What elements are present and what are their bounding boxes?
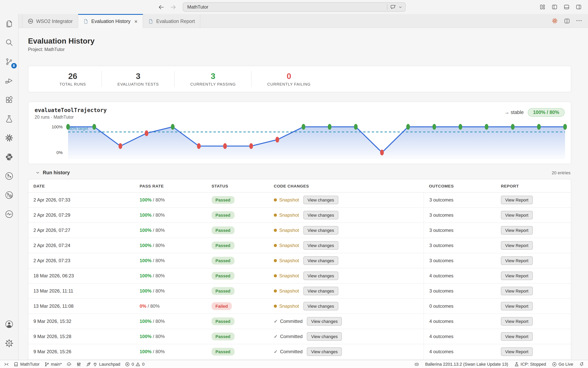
run-point[interactable] <box>406 124 410 130</box>
run-point[interactable] <box>276 137 279 143</box>
command-center-search[interactable]: MathTutor <box>183 2 405 12</box>
search-icon[interactable] <box>4 38 15 47</box>
chat-icon[interactable] <box>390 4 396 10</box>
run-point[interactable] <box>433 124 436 130</box>
forward-icon[interactable] <box>170 4 176 10</box>
run-point[interactable] <box>92 124 96 130</box>
pulse-circle-icon[interactable] <box>4 209 15 219</box>
tab-evaluation-history[interactable]: Evaluation History × <box>78 14 143 28</box>
view-report-button[interactable]: View Report <box>501 226 533 235</box>
view-changes-button[interactable]: View changes <box>303 272 338 280</box>
view-changes-button[interactable]: View changes <box>303 211 338 219</box>
run-point[interactable] <box>563 124 567 130</box>
stat-evaluation-tests: 3 EVALUATION TESTS <box>101 71 174 87</box>
problems-item[interactable]: 0 0 <box>125 360 145 368</box>
git-graph-circle-icon[interactable] <box>4 171 15 181</box>
run-point[interactable] <box>118 143 122 149</box>
run-point[interactable] <box>380 150 384 156</box>
run-point[interactable] <box>145 130 148 136</box>
view-changes-button[interactable]: View changes <box>303 302 338 310</box>
run-row: 18 Mar 2026, 06:23100% / 80%PassedSnapsh… <box>28 268 571 283</box>
git-branch-item[interactable]: main* <box>44 360 62 368</box>
pass-threshold: / 80% <box>152 273 165 278</box>
run-point[interactable] <box>511 124 515 130</box>
explorer-icon[interactable] <box>4 19 15 28</box>
customize-layout-icon[interactable] <box>539 4 546 10</box>
remote-indicator[interactable] <box>4 360 9 368</box>
ballerina-version-item[interactable]: Ballerina 2201.13.2 (Swan Lake Update 13… <box>425 360 508 368</box>
close-icon[interactable]: × <box>134 19 137 24</box>
view-report-button[interactable]: View Report <box>501 287 533 295</box>
source-control-icon[interactable]: 8 <box>4 57 15 66</box>
run-point[interactable] <box>485 124 488 130</box>
toggle-secondary-sidebar-icon[interactable] <box>576 4 582 10</box>
chevron-down-icon[interactable] <box>398 5 402 9</box>
run-debug-icon[interactable] <box>4 76 15 86</box>
view-report-button[interactable]: View Report <box>501 256 533 265</box>
view-changes-button[interactable]: View changes <box>303 196 338 204</box>
toggle-primary-sidebar-icon[interactable] <box>552 4 558 10</box>
run-history-header[interactable]: Run history 20 entries <box>28 166 571 179</box>
tune-item[interactable] <box>76 360 81 368</box>
play-circle-icon <box>552 362 557 367</box>
view-report-button[interactable]: View Report <box>501 241 533 250</box>
launchpad-item[interactable]: Launchpad <box>86 360 120 368</box>
sync-changes-item[interactable] <box>66 360 72 368</box>
trend-label: → stable <box>504 110 524 115</box>
activity-bar: 8 <box>0 14 19 360</box>
notifications-item[interactable] <box>579 360 584 368</box>
git-graph-eye-circle-icon[interactable] <box>4 190 15 200</box>
view-changes-button[interactable]: View changes <box>303 226 338 235</box>
view-changes-button[interactable]: View changes <box>303 256 338 265</box>
beaker-icon[interactable] <box>4 114 15 124</box>
snapshot-label: Snapshot <box>274 273 299 278</box>
copilot-item[interactable] <box>414 360 419 368</box>
snapshot-dot-icon <box>274 198 277 202</box>
pass-rate-value: 100% <box>140 334 152 339</box>
view-report-button[interactable]: View Report <box>501 347 533 356</box>
settings-gear-icon[interactable] <box>4 339 15 348</box>
split-editor-icon[interactable] <box>564 18 570 24</box>
run-point[interactable] <box>459 124 462 130</box>
view-report-button[interactable]: View Report <box>501 211 533 219</box>
view-report-button[interactable]: View Report <box>501 317 533 326</box>
go-live-item[interactable]: Go Live <box>552 360 573 368</box>
extensions-icon[interactable] <box>4 95 15 105</box>
view-changes-button[interactable]: View changes <box>307 317 342 326</box>
project-status-item[interactable]: MathTutor <box>14 360 39 368</box>
run-point[interactable] <box>302 124 305 130</box>
run-point[interactable] <box>171 124 175 130</box>
more-actions-icon[interactable]: ⋯ <box>576 20 583 22</box>
python-icon[interactable] <box>4 152 15 162</box>
run-point[interactable] <box>249 143 253 149</box>
view-changes-button[interactable]: View changes <box>303 241 338 250</box>
pass-rate-badge: 100% / 80% <box>527 108 565 117</box>
outcomes-count: 3 outcomes <box>424 238 501 253</box>
tab-evaluation-report[interactable]: Evaluation Report <box>143 14 200 28</box>
run-point[interactable] <box>354 124 358 130</box>
run-point[interactable] <box>328 124 332 130</box>
view-report-button[interactable]: View Report <box>501 272 533 280</box>
view-report-button[interactable]: View Report <box>501 196 533 204</box>
back-icon[interactable] <box>158 4 164 10</box>
run-date: 9 Mar 2026, 15:26 <box>33 349 140 354</box>
view-report-button[interactable]: View Report <box>501 332 533 341</box>
wso2-starburst-icon[interactable] <box>4 133 15 143</box>
wso2-ai-starburst-icon[interactable] <box>552 18 558 24</box>
toggle-panel-icon[interactable] <box>563 4 570 10</box>
tab-wso2-integrator[interactable]: WSO2 Integrator <box>22 14 78 28</box>
view-report-button[interactable]: View Report <box>501 302 533 310</box>
outcomes-count: 3 outcomes <box>424 223 501 238</box>
run-point[interactable] <box>197 143 201 149</box>
account-icon[interactable] <box>4 319 15 329</box>
run-history-title: Run history <box>43 170 70 175</box>
view-changes-button[interactable]: View changes <box>303 287 338 295</box>
stat-currently-failing: 0 CURRENTLY FAILING <box>251 71 326 87</box>
run-point[interactable] <box>537 124 541 130</box>
view-changes-button[interactable]: View changes <box>307 347 342 356</box>
run-point[interactable] <box>223 143 227 149</box>
pass-threshold: / 80% <box>152 288 165 294</box>
icp-status-item[interactable]: ICP: Stopped <box>514 360 546 368</box>
view-changes-button[interactable]: View changes <box>307 332 342 341</box>
snapshot-dot-icon <box>274 304 277 308</box>
